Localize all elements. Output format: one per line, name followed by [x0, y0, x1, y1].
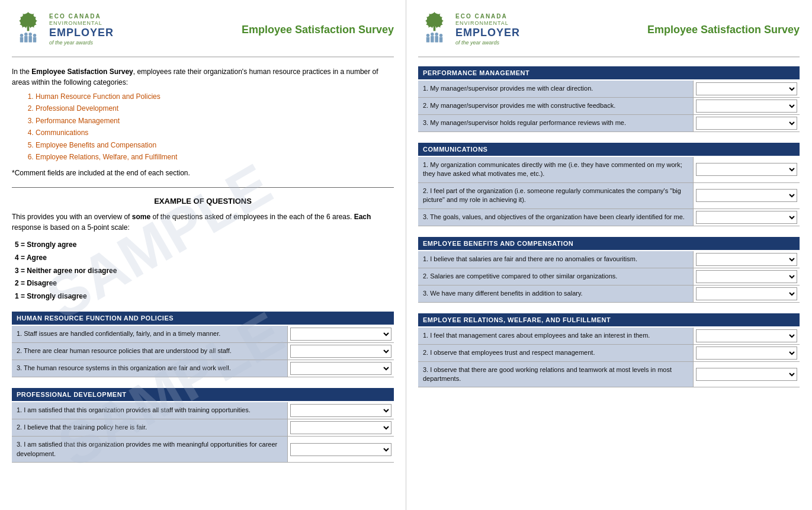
dropdown-comm-2[interactable]: 1 - Strongly disagree 2 - Disagree 3 - N… — [693, 183, 800, 209]
right-logo-employer: EMPLOYER — [455, 27, 520, 40]
logo-employer: EMPLOYER — [49, 27, 114, 40]
select-pm-3[interactable]: 1 - Strongly disagree 2 - Disagree 3 - N… — [696, 117, 797, 130]
page-header: ECO CANADA ENVIRONMENTAL EMPLOYER of the… — [12, 9, 394, 57]
right-logo-environmental: ENVIRONMENTAL — [455, 20, 520, 27]
question-pd-1: 1. I am satisfied that this organization… — [12, 402, 287, 419]
select-er-1[interactable]: 1 - Strongly disagree 2 - Disagree 3 - N… — [696, 329, 797, 342]
dropdown-hr-3[interactable]: 1 - Strongly disagree 2 - Disagree 3 - N… — [287, 360, 394, 377]
select-pd-1[interactable]: 1 - Strongly disagree 2 - Disagree 3 - N… — [290, 404, 391, 417]
svg-rect-17 — [439, 37, 443, 42]
svg-rect-13 — [431, 36, 434, 43]
select-comm-1[interactable]: 1 - Strongly disagree 2 - Disagree 3 - N… — [696, 163, 797, 176]
category-4: Communications — [36, 127, 394, 139]
table-row: 3. The goals, values, and objectives of … — [418, 209, 800, 226]
dropdown-pd-2[interactable]: 1 - Strongly disagree 2 - Disagree 3 - N… — [287, 419, 394, 436]
table-row: 1. Staff issues are handled confidential… — [12, 326, 394, 343]
svg-point-7 — [33, 34, 37, 37]
question-eb-1: 1. I believe that salaries are fair and … — [418, 251, 693, 268]
select-pd-3[interactable]: 1 - Strongly disagree 2 - Disagree 3 - N… — [290, 443, 391, 456]
scale-list: 5 = Strongly agree 4 = Agree 3 = Neither… — [15, 239, 394, 303]
dropdown-eb-1[interactable]: 1 - Strongly disagree 2 - Disagree 3 - N… — [693, 251, 800, 268]
select-comm-2[interactable]: 1 - Strongly disagree 2 - Disagree 3 - N… — [696, 189, 797, 202]
category-list: Human Resource Function and Policies Pro… — [36, 91, 394, 163]
select-er-2[interactable]: 1 - Strongly disagree 2 - Disagree 3 - N… — [696, 347, 797, 360]
table-row: 2. I observe that employees trust and re… — [418, 345, 800, 362]
example-heading: EXAMPLE OF QUESTIONS — [12, 197, 394, 206]
select-hr-1[interactable]: 1 - Strongly disagree 2 - Disagree 3 - N… — [290, 328, 391, 341]
question-comm-1: 1. My organization communicates directly… — [418, 157, 693, 182]
select-pm-1[interactable]: 1 - Strongly disagree 2 - Disagree 3 - N… — [696, 82, 797, 95]
dropdown-pm-2[interactable]: 1 - Strongly disagree 2 - Disagree 3 - N… — [693, 98, 800, 114]
right-page-header: ECO CANADA ENVIRONMENTAL EMPLOYER of the… — [418, 9, 800, 57]
question-hr-2: 2. There are clear human resource polici… — [12, 343, 287, 360]
right-page: SAMPLE SAMPLE ECO CANADA — [406, 0, 811, 510]
professional-dev-header: PROFESSIONAL DEVELOPMENT — [12, 388, 394, 401]
dropdown-eb-2[interactable]: 1 - Strongly disagree 2 - Disagree 3 - N… — [693, 268, 800, 285]
dropdown-hr-2[interactable]: 1 - Strongly disagree 2 - Disagree 3 - N… — [287, 343, 394, 360]
right-logo-area: ECO CANADA ENVIRONMENTAL EMPLOYER of the… — [418, 9, 520, 50]
hr-function-header: HUMAN RESOURCE FUNCTION AND POLICIES — [12, 312, 394, 325]
performance-mgmt-header: PERFORMANCE MANAGEMENT — [418, 66, 800, 79]
svg-point-16 — [439, 34, 443, 37]
question-pm-3: 3. My manager/supervisor holds regular p… — [418, 115, 693, 131]
employee-relations-header: EMPLOYEE RELATIONS, WELFARE, AND FULFILL… — [418, 313, 800, 326]
table-row: 1. My organization communicates directly… — [418, 157, 800, 183]
table-row: 2. Salaries are competitive compared to … — [418, 268, 800, 286]
table-row: 1. I believe that salaries are fair and … — [418, 251, 800, 268]
communications-section: COMMUNICATIONS 1. My organization commun… — [418, 143, 800, 226]
svg-point-5 — [28, 33, 32, 36]
select-pd-2[interactable]: 1 - Strongly disagree 2 - Disagree 3 - N… — [290, 421, 391, 434]
svg-rect-11 — [426, 37, 430, 42]
select-hr-3[interactable]: 1 - Strongly disagree 2 - Disagree 3 - N… — [290, 362, 391, 375]
intro-section: In the Employee Satisfaction Survey, emp… — [12, 66, 394, 178]
dropdown-pd-1[interactable]: 1 - Strongly disagree 2 - Disagree 3 - N… — [287, 402, 394, 419]
table-row: 3. I observe that there are good working… — [418, 362, 800, 388]
dropdown-eb-3[interactable]: 1 - Strongly disagree 2 - Disagree 3 - N… — [693, 286, 800, 302]
dropdown-pm-3[interactable]: 1 - Strongly disagree 2 - Disagree 3 - N… — [693, 115, 800, 131]
select-eb-2[interactable]: 1 - Strongly disagree 2 - Disagree 3 - N… — [696, 270, 797, 283]
logo-environmental: ENVIRONMENTAL — [49, 20, 114, 27]
category-5: Employee Benefits and Compensation — [36, 139, 394, 151]
left-page: SAMPLE SAMPLE — [0, 0, 406, 510]
category-6: Employee Relations, Welfare, and Fulfill… — [36, 151, 394, 163]
dropdown-er-2[interactable]: 1 - Strongly disagree 2 - Disagree 3 - N… — [693, 345, 800, 361]
select-eb-3[interactable]: 1 - Strongly disagree 2 - Disagree 3 - N… — [696, 287, 797, 300]
svg-rect-15 — [435, 36, 438, 43]
hr-function-section: HUMAN RESOURCE FUNCTION AND POLICIES 1. … — [12, 312, 394, 377]
right-logo-text: ECO CANADA ENVIRONMENTAL EMPLOYER of the… — [455, 13, 520, 46]
professional-dev-section: PROFESSIONAL DEVELOPMENT 1. I am satisfi… — [12, 388, 394, 463]
table-row: 1. I feel that management cares about em… — [418, 328, 800, 345]
select-comm-3[interactable]: 1 - Strongly disagree 2 - Disagree 3 - N… — [696, 211, 797, 224]
dropdown-er-3[interactable]: 1 - Strongly disagree 2 - Disagree 3 - N… — [693, 362, 800, 387]
right-logo-svg — [418, 9, 451, 50]
logo-svg — [12, 9, 44, 50]
table-row: 3. I am satisfied that this organization… — [12, 437, 394, 463]
select-pm-2[interactable]: 1 - Strongly disagree 2 - Disagree 3 - N… — [696, 100, 797, 113]
select-eb-1[interactable]: 1 - Strongly disagree 2 - Disagree 3 - N… — [696, 253, 797, 266]
employee-benefits-header: EMPLOYEE BENEFITS AND COMPENSATION — [418, 237, 800, 250]
right-logo-eco: ECO CANADA — [455, 13, 520, 20]
question-comm-3: 3. The goals, values, and objectives of … — [418, 209, 693, 226]
divider-1 — [12, 187, 394, 188]
svg-point-1 — [20, 34, 24, 37]
dropdown-pd-3[interactable]: 1 - Strongly disagree 2 - Disagree 3 - N… — [287, 437, 394, 462]
employee-relations-section: EMPLOYEE RELATIONS, WELFARE, AND FULFILL… — [418, 313, 800, 388]
select-er-3[interactable]: 1 - Strongly disagree 2 - Disagree 3 - N… — [696, 368, 797, 381]
category-2: Professional Development — [36, 102, 394, 114]
svg-point-3 — [24, 33, 28, 36]
dropdown-er-1[interactable]: 1 - Strongly disagree 2 - Disagree 3 - N… — [693, 328, 800, 344]
dropdown-hr-1[interactable]: 1 - Strongly disagree 2 - Disagree 3 - N… — [287, 326, 394, 342]
category-1: Human Resource Function and Policies — [36, 91, 394, 102]
svg-rect-8 — [33, 37, 37, 42]
comment-note: *Comment fields are included at the end … — [12, 168, 394, 178]
bold-each: Each — [354, 213, 371, 221]
dropdown-comm-3[interactable]: 1 - Strongly disagree 2 - Disagree 3 - N… — [693, 209, 800, 226]
dropdown-pm-1[interactable]: 1 - Strongly disagree 2 - Disagree 3 - N… — [693, 81, 800, 97]
select-hr-2[interactable]: 1 - Strongly disagree 2 - Disagree 3 - N… — [290, 345, 391, 358]
svg-point-10 — [426, 34, 430, 37]
logo-year: of the year awards — [49, 40, 114, 46]
logo-eco: ECO CANADA — [49, 13, 114, 20]
dropdown-comm-1[interactable]: 1 - Strongly disagree 2 - Disagree 3 - N… — [693, 157, 800, 182]
scale-5: 5 = Strongly agree — [15, 239, 394, 252]
svg-point-12 — [431, 33, 434, 36]
